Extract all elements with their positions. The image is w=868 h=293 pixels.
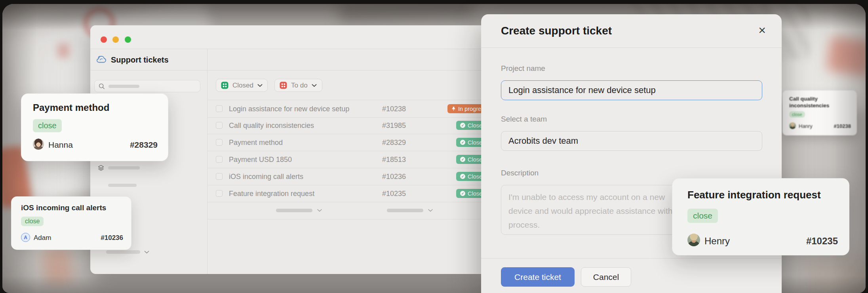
ticket-title: Login assistance for new device setup — [229, 105, 349, 113]
check-circle-icon: ✓ — [460, 174, 465, 179]
close-icon[interactable]: × — [758, 23, 766, 37]
chevron-down-icon — [257, 84, 263, 87]
ticket-row[interactable]: Login assistance for new device setup #1… — [207, 100, 487, 118]
status-tag: close — [33, 119, 62, 132]
check-circle-icon: ✓ — [460, 123, 465, 128]
close-window-button[interactable] — [101, 36, 107, 43]
row-checkbox[interactable] — [216, 190, 223, 197]
minimize-window-button[interactable] — [112, 36, 119, 43]
row-checkbox[interactable] — [216, 139, 223, 146]
ticket-preview-card-payment: Payment method close Hanna #28329 — [21, 93, 168, 161]
ticket-row[interactable]: Payment method #28329 ✓ Closed — [207, 134, 487, 151]
filter-label: To do — [291, 82, 308, 89]
bg-orange-blob-lower — [40, 245, 74, 287]
status-tag: close — [687, 209, 718, 223]
chevron-down-icon — [317, 209, 322, 212]
filter-closed-dropdown[interactable]: Closed — [216, 79, 268, 92]
ticket-id: #18513 — [382, 156, 406, 164]
team-value: Acrobits dev team — [508, 136, 578, 146]
avatar — [33, 139, 44, 150]
sidebar-footer-select[interactable] — [106, 250, 149, 254]
grid-dots-icon — [221, 82, 228, 89]
bg-warm-bottom-right — [806, 255, 866, 293]
project-name-input[interactable]: Login assistance for new device setup — [501, 80, 762, 100]
modal-header: Create support ticket × — [481, 14, 782, 48]
ticket-title: Payment USD 1850 — [229, 156, 292, 164]
card-title: Feature integration request — [687, 189, 821, 201]
project-name-value: Login assistance for new device setup — [508, 85, 656, 95]
ticket-row[interactable]: Call quality inconsistencies #31985 ✓ Cl… — [207, 117, 487, 134]
ticket-row[interactable]: Payment USD 1850 #18513 ✓ Closed — [207, 151, 487, 168]
bg-gray-streak-top — [339, 4, 474, 22]
card-user-name: Adam — [34, 234, 51, 242]
cancel-button[interactable]: Cancel — [581, 267, 631, 287]
modal-footer-divider — [481, 258, 782, 259]
card-user-name: Hanna — [48, 140, 73, 150]
ticket-id: #10235 — [382, 190, 406, 198]
card-title: Call quality inconsistencies — [789, 95, 829, 109]
skeleton-bar — [106, 250, 140, 254]
chevron-down-icon — [144, 251, 149, 254]
ticket-title: iOS incoming call alerts — [229, 173, 303, 181]
team-select[interactable]: Acrobits dev team — [501, 131, 762, 151]
window-titlebar — [90, 25, 487, 49]
chevron-down-icon — [312, 84, 317, 87]
check-circle-icon: ✓ — [460, 191, 465, 196]
sidebar-item-skeleton[interactable] — [108, 184, 137, 187]
modal-title: Create support ticket — [501, 25, 612, 37]
ticket-title: Feature integration request — [229, 190, 314, 198]
ticket-preview-card-ios: iOS incoming call alerts close A Adam #1… — [11, 196, 131, 250]
search-icon — [99, 83, 105, 89]
card-user-name: Henry — [704, 236, 730, 247]
description-label: Description — [501, 169, 539, 177]
check-circle-icon: ✓ — [460, 140, 465, 145]
chevron-down-icon — [428, 209, 433, 212]
card-title: iOS incoming call alerts — [21, 204, 106, 212]
create-ticket-button[interactable]: Create ticket — [501, 267, 575, 287]
cloud-logo-icon — [96, 54, 108, 65]
ticket-row[interactable]: iOS incoming call alerts #10236 ✓ Closed — [207, 168, 487, 185]
cancel-label: Cancel — [593, 272, 619, 282]
status-tag: close — [789, 111, 805, 118]
skeleton-bar — [387, 209, 423, 212]
zoom-window-button[interactable] — [125, 36, 131, 43]
pagination-row — [207, 202, 487, 219]
pin-icon — [451, 107, 456, 111]
ticket-id: #10238 — [382, 105, 406, 113]
row-checkbox[interactable] — [216, 122, 223, 129]
avatar — [687, 234, 700, 246]
card-title-line: inconsistencies — [789, 102, 829, 109]
app-header: Support tickets — [90, 49, 487, 70]
ticket-id: #28329 — [382, 139, 406, 147]
card-ticket-id: #10238 — [834, 123, 851, 129]
bg-red-blob — [58, 44, 69, 58]
status-tag: close — [21, 217, 44, 226]
row-checkbox[interactable] — [216, 173, 223, 180]
card-title-line: Call quality — [789, 95, 829, 102]
search-placeholder-skeleton — [108, 85, 139, 88]
row-checkbox[interactable] — [216, 105, 223, 112]
grid-dots-icon — [280, 82, 287, 89]
filter-todo-dropdown[interactable]: To do — [274, 79, 322, 92]
check-circle-icon: ✓ — [460, 157, 465, 162]
skeleton-bar — [108, 166, 140, 169]
card-user-name: Hanry — [799, 123, 813, 129]
ticket-title: Payment method — [229, 139, 283, 147]
ticket-row[interactable]: Feature integration request #10235 ✓ Clo… — [207, 185, 487, 202]
layers-icon — [98, 165, 104, 171]
sidebar-item-layers[interactable] — [98, 165, 140, 171]
page-title: Support tickets — [111, 55, 169, 65]
team-label: Select a team — [501, 115, 547, 124]
create-ticket-label: Create ticket — [514, 272, 561, 282]
avatar-letter: A — [24, 235, 27, 240]
page-nav-select[interactable] — [387, 209, 433, 212]
search-input[interactable] — [94, 80, 200, 92]
bg-red-blob-right — [826, 36, 866, 76]
ticket-id: #10236 — [382, 173, 406, 181]
ticket-title: Call quality inconsistencies — [229, 122, 314, 130]
page-size-select[interactable] — [276, 209, 322, 212]
card-ticket-id: #10235 — [806, 236, 838, 247]
row-checkbox[interactable] — [216, 156, 223, 163]
project-name-label: Project name — [501, 64, 545, 73]
background-ticket-card: Call quality inconsistencies close Hanry… — [782, 90, 857, 135]
